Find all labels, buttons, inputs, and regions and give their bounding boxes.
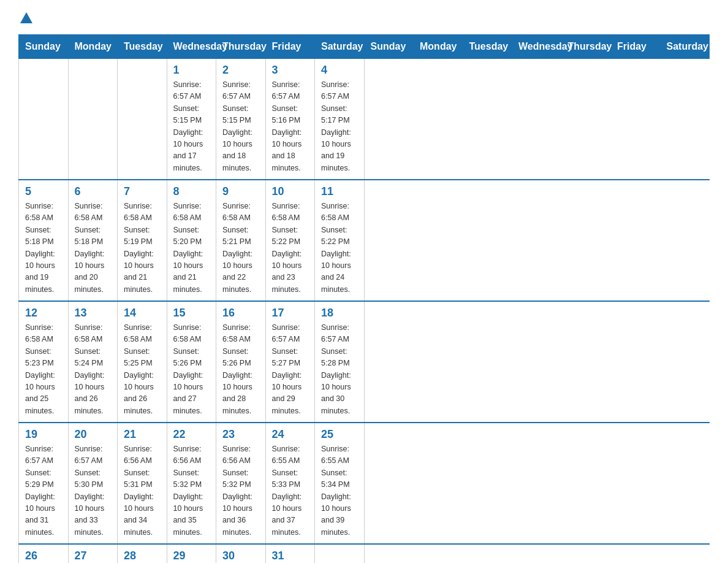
calendar-cell: 14Sunrise: 6:58 AM Sunset: 5:25 PM Dayli… — [118, 301, 167, 423]
page-header — [18, 12, 710, 23]
calendar-cell: 4Sunrise: 6:57 AM Sunset: 5:17 PM Daylig… — [315, 59, 365, 180]
day-info: Sunrise: 6:58 AM Sunset: 5:26 PM Dayligh… — [173, 322, 210, 417]
calendar-cell: 27Sunrise: 6:54 AM Sunset: 5:36 PM Dayli… — [68, 544, 118, 563]
day-number: 27 — [75, 550, 112, 562]
day-info: Sunrise: 6:57 AM Sunset: 5:16 PM Dayligh… — [272, 79, 309, 174]
column-header-saturday: Saturday — [660, 35, 710, 59]
day-number: 13 — [75, 307, 112, 320]
calendar-cell: 1Sunrise: 6:57 AM Sunset: 5:15 PM Daylig… — [167, 59, 216, 180]
calendar-cell: 26Sunrise: 6:55 AM Sunset: 5:35 PM Dayli… — [19, 544, 69, 563]
column-header-friday: Friday — [611, 35, 661, 59]
column-header-wednesday: Wednesday — [512, 35, 562, 59]
calendar-cell: 8Sunrise: 6:58 AM Sunset: 5:20 PM Daylig… — [167, 180, 216, 301]
calendar-cell: 9Sunrise: 6:58 AM Sunset: 5:21 PM Daylig… — [216, 180, 266, 301]
day-info: Sunrise: 6:57 AM Sunset: 5:28 PM Dayligh… — [321, 322, 358, 417]
calendar-week-row: 26Sunrise: 6:55 AM Sunset: 5:35 PM Dayli… — [19, 544, 710, 563]
calendar-cell — [19, 59, 69, 180]
column-header-sunday: Sunday — [19, 35, 69, 59]
calendar-cell: 30Sunrise: 6:53 AM Sunset: 5:38 PM Dayli… — [216, 544, 266, 563]
column-header-saturday: Saturday — [315, 35, 365, 59]
calendar-cell: 28Sunrise: 6:54 AM Sunset: 5:37 PM Dayli… — [118, 544, 167, 563]
day-number: 10 — [272, 185, 309, 198]
day-number: 30 — [222, 550, 259, 562]
calendar-cell: 31Sunrise: 6:52 AM Sunset: 5:39 PM Dayli… — [265, 544, 315, 563]
calendar-cell: 11Sunrise: 6:58 AM Sunset: 5:22 PM Dayli… — [315, 180, 365, 301]
column-header-monday: Monday — [68, 35, 118, 59]
day-number: 20 — [75, 428, 112, 441]
calendar-cell: 6Sunrise: 6:58 AM Sunset: 5:18 PM Daylig… — [68, 180, 118, 301]
day-info: Sunrise: 6:58 AM Sunset: 5:23 PM Dayligh… — [25, 322, 62, 417]
column-header-friday: Friday — [265, 35, 315, 59]
day-number: 26 — [25, 550, 62, 562]
calendar-cell: 16Sunrise: 6:58 AM Sunset: 5:26 PM Dayli… — [216, 301, 266, 423]
day-number: 25 — [321, 428, 358, 441]
calendar-week-row: 12Sunrise: 6:58 AM Sunset: 5:23 PM Dayli… — [19, 301, 710, 423]
day-number: 5 — [25, 185, 62, 198]
day-number: 9 — [222, 185, 259, 198]
day-number: 11 — [321, 185, 358, 198]
day-info: Sunrise: 6:57 AM Sunset: 5:15 PM Dayligh… — [173, 79, 210, 174]
day-number: 1 — [173, 64, 210, 77]
calendar-week-row: 1Sunrise: 6:57 AM Sunset: 5:15 PM Daylig… — [19, 59, 710, 180]
day-info: Sunrise: 6:58 AM Sunset: 5:22 PM Dayligh… — [272, 201, 309, 296]
calendar-cell: 19Sunrise: 6:57 AM Sunset: 5:29 PM Dayli… — [19, 423, 69, 544]
day-info: Sunrise: 6:55 AM Sunset: 5:34 PM Dayligh… — [321, 443, 358, 538]
day-number: 14 — [124, 307, 161, 320]
day-info: Sunrise: 6:57 AM Sunset: 5:27 PM Dayligh… — [272, 322, 309, 417]
calendar-cell: 20Sunrise: 6:57 AM Sunset: 5:30 PM Dayli… — [68, 423, 118, 544]
day-info: Sunrise: 6:56 AM Sunset: 5:32 PM Dayligh… — [222, 443, 259, 538]
day-number: 3 — [272, 64, 309, 77]
day-number: 22 — [173, 428, 210, 441]
calendar-cell — [118, 59, 167, 180]
column-header-sunday: Sunday — [364, 35, 414, 59]
day-number: 8 — [173, 185, 210, 198]
calendar-cell: 21Sunrise: 6:56 AM Sunset: 5:31 PM Dayli… — [118, 423, 167, 544]
calendar-cell: 22Sunrise: 6:56 AM Sunset: 5:32 PM Dayli… — [167, 423, 216, 544]
column-header-wednesday: Wednesday — [167, 35, 216, 59]
logo-triangle-icon — [20, 12, 32, 23]
day-info: Sunrise: 6:58 AM Sunset: 5:20 PM Dayligh… — [173, 201, 210, 296]
calendar-cell: 29Sunrise: 6:53 AM Sunset: 5:38 PM Dayli… — [167, 544, 216, 563]
day-info: Sunrise: 6:55 AM Sunset: 5:33 PM Dayligh… — [272, 443, 309, 538]
day-info: Sunrise: 6:58 AM Sunset: 5:25 PM Dayligh… — [124, 322, 161, 417]
day-info: Sunrise: 6:57 AM Sunset: 5:30 PM Dayligh… — [75, 443, 112, 538]
column-header-monday: Monday — [414, 35, 463, 59]
day-info: Sunrise: 6:57 AM Sunset: 5:29 PM Dayligh… — [25, 443, 62, 538]
calendar-table: SundayMondayTuesdayWednesdayThursdayFrid… — [18, 34, 710, 563]
day-info: Sunrise: 6:56 AM Sunset: 5:31 PM Dayligh… — [124, 443, 161, 538]
day-number: 17 — [272, 307, 309, 320]
calendar-cell: 12Sunrise: 6:58 AM Sunset: 5:23 PM Dayli… — [19, 301, 69, 423]
day-number: 23 — [222, 428, 259, 441]
calendar-week-row: 5Sunrise: 6:58 AM Sunset: 5:18 PM Daylig… — [19, 180, 710, 301]
day-number: 15 — [173, 307, 210, 320]
day-info: Sunrise: 6:58 AM Sunset: 5:18 PM Dayligh… — [75, 201, 112, 296]
day-info: Sunrise: 6:58 AM Sunset: 5:22 PM Dayligh… — [321, 201, 358, 296]
calendar-header-row: SundayMondayTuesdayWednesdayThursdayFrid… — [19, 35, 710, 59]
day-number: 4 — [321, 64, 358, 77]
day-info: Sunrise: 6:58 AM Sunset: 5:19 PM Dayligh… — [124, 201, 161, 296]
calendar-week-row: 19Sunrise: 6:57 AM Sunset: 5:29 PM Dayli… — [19, 423, 710, 544]
column-header-thursday: Thursday — [216, 35, 266, 59]
day-number: 18 — [321, 307, 358, 320]
day-number: 28 — [124, 550, 161, 562]
svg-marker-0 — [20, 12, 32, 23]
day-number: 12 — [25, 307, 62, 320]
calendar-cell: 5Sunrise: 6:58 AM Sunset: 5:18 PM Daylig… — [19, 180, 69, 301]
calendar-cell: 25Sunrise: 6:55 AM Sunset: 5:34 PM Dayli… — [315, 423, 365, 544]
calendar-cell: 2Sunrise: 6:57 AM Sunset: 5:15 PM Daylig… — [216, 59, 266, 180]
calendar-cell: 23Sunrise: 6:56 AM Sunset: 5:32 PM Dayli… — [216, 423, 266, 544]
day-number: 24 — [272, 428, 309, 441]
calendar-cell: 24Sunrise: 6:55 AM Sunset: 5:33 PM Dayli… — [265, 423, 315, 544]
day-number: 16 — [222, 307, 259, 320]
day-number: 19 — [25, 428, 62, 441]
logo — [18, 12, 32, 23]
calendar-cell: 10Sunrise: 6:58 AM Sunset: 5:22 PM Dayli… — [265, 180, 315, 301]
day-number: 29 — [173, 550, 210, 562]
column-header-tuesday: Tuesday — [118, 35, 167, 59]
day-number: 31 — [272, 550, 309, 562]
day-info: Sunrise: 6:56 AM Sunset: 5:32 PM Dayligh… — [173, 443, 210, 538]
column-header-tuesday: Tuesday — [463, 35, 512, 59]
day-info: Sunrise: 6:58 AM Sunset: 5:18 PM Dayligh… — [25, 201, 62, 296]
day-info: Sunrise: 6:58 AM Sunset: 5:26 PM Dayligh… — [222, 322, 259, 417]
calendar-cell — [315, 544, 365, 563]
